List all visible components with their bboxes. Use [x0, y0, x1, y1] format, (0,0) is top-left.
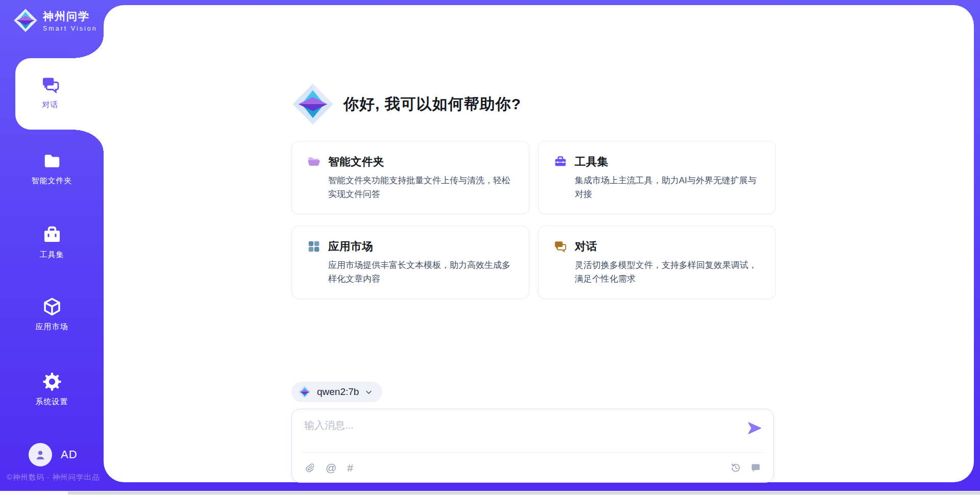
message-input-card: @ # — [291, 409, 774, 483]
toolbox-icon — [554, 155, 567, 168]
message-input[interactable] — [304, 418, 728, 448]
user-name: AD — [61, 448, 78, 461]
grid-icon — [307, 240, 321, 253]
card-toolset[interactable]: 工具集 集成市场上主流工具，助力AI与外界无缝扩展与对接 — [538, 141, 776, 214]
content-column: 你好, 我可以如何帮助你? 智能文件夹 智能文件夹功能支持批量文件上传与清洗，轻… — [291, 5, 776, 483]
card-title: 对话 — [575, 239, 597, 254]
card-title: 智能文件夹 — [328, 154, 384, 169]
hashtag-button[interactable]: # — [347, 462, 353, 473]
paperclip-icon — [304, 462, 315, 473]
sidebar-item-chat[interactable]: 对话 — [15, 58, 104, 130]
toolbar-left: @ # — [304, 462, 353, 473]
folder-icon — [42, 151, 62, 170]
card-description: 集成市场上主流工具，助力AI与外界无缝扩展与对接 — [575, 174, 765, 201]
sidebar: 神州问学 Smart Vision 对话 智能文件夹 工具集 — [0, 0, 104, 495]
gear-icon — [42, 372, 62, 391]
greeting-title: 你好, 我可以如何帮助你? — [344, 94, 521, 115]
toolbar-right — [730, 462, 761, 473]
card-head: 对话 — [554, 239, 760, 254]
model-name: qwen2:7b — [317, 386, 359, 398]
sidebar-item-settings[interactable]: 系统设置 — [0, 372, 104, 407]
card-description: 应用市场提供丰富长文本模板，助力高效生成多样化文章内容 — [328, 258, 518, 286]
input-toolbar: @ # — [304, 453, 761, 482]
model-selector[interactable]: qwen2:7b — [291, 382, 382, 402]
attach-button[interactable] — [304, 462, 315, 473]
card-head: 工具集 — [554, 154, 760, 169]
brand: 神州问学 Smart Vision — [13, 8, 97, 33]
main-panel: 你好, 我可以如何帮助你? 智能文件夹 智能文件夹功能支持批量文件上传与清洗，轻… — [104, 5, 974, 482]
history-icon — [730, 462, 741, 473]
sidebar-item-toolset[interactable]: 工具集 — [0, 225, 104, 260]
sidebar-item-label: 对话 — [42, 100, 59, 110]
horizontal-scrollbar[interactable] — [0, 491, 980, 495]
chat-icon — [41, 75, 60, 94]
greeting: 你好, 我可以如何帮助你? — [291, 83, 776, 126]
sidebar-item-label: 工具集 — [40, 250, 64, 260]
card-title: 应用市场 — [328, 239, 373, 254]
send-button[interactable] — [747, 420, 762, 436]
chevron-down-icon — [364, 388, 373, 397]
brand-text: 神州问学 Smart Vision — [43, 9, 97, 32]
brand-name: 神州问学 — [43, 9, 97, 23]
chat-icon — [554, 240, 567, 253]
sidebar-item-app-market[interactable]: 应用市场 — [0, 297, 104, 332]
card-description: 灵活切换多模型文件，支持多样回复效果调试，满足个性化需求 — [575, 258, 765, 286]
mention-button[interactable]: @ — [326, 462, 336, 473]
card-head: 智能文件夹 — [307, 154, 513, 169]
brand-diamond-logo-small — [298, 385, 311, 399]
user-account[interactable]: AD — [29, 443, 78, 466]
brand-diamond-logo — [13, 8, 38, 33]
folder-open-icon — [307, 155, 321, 168]
sidebar-item-label: 系统设置 — [36, 397, 68, 407]
copyright-footer: ©神州数码 · 神州问学出品 — [7, 473, 100, 482]
sidebar-item-smart-folder[interactable]: 智能文件夹 — [0, 151, 104, 186]
comment-button[interactable] — [750, 462, 761, 473]
toolbox-icon — [42, 225, 62, 244]
cube-icon — [42, 297, 62, 316]
sidebar-item-label: 智能文件夹 — [32, 176, 72, 186]
card-smart-folder[interactable]: 智能文件夹 智能文件夹功能支持批量文件上传与清洗，轻松实现文件问答 — [291, 141, 529, 214]
comment-icon — [750, 462, 761, 473]
send-icon — [747, 420, 762, 436]
card-head: 应用市场 — [307, 239, 513, 254]
card-app-market[interactable]: 应用市场 应用市场提供丰富长文本模板，助力高效生成多样化文章内容 — [291, 226, 529, 299]
person-icon — [34, 448, 47, 461]
card-title: 工具集 — [575, 154, 608, 169]
history-button[interactable] — [730, 462, 741, 473]
feature-cards: 智能文件夹 智能文件夹功能支持批量文件上传与清洗，轻松实现文件问答 工具集 集成… — [291, 141, 776, 299]
brand-subtitle: Smart Vision — [43, 25, 97, 32]
brand-diamond-logo-large — [291, 83, 334, 126]
sidebar-item-label: 应用市场 — [36, 322, 68, 332]
card-chat[interactable]: 对话 灵活切换多模型文件，支持多样回复效果调试，满足个性化需求 — [538, 226, 776, 299]
avatar — [29, 443, 52, 466]
card-description: 智能文件夹功能支持批量文件上传与清洗，轻松实现文件问答 — [328, 174, 518, 201]
horizontal-scrollbar-track[interactable] — [68, 491, 980, 494]
composer: qwen2:7b — [291, 382, 776, 483]
